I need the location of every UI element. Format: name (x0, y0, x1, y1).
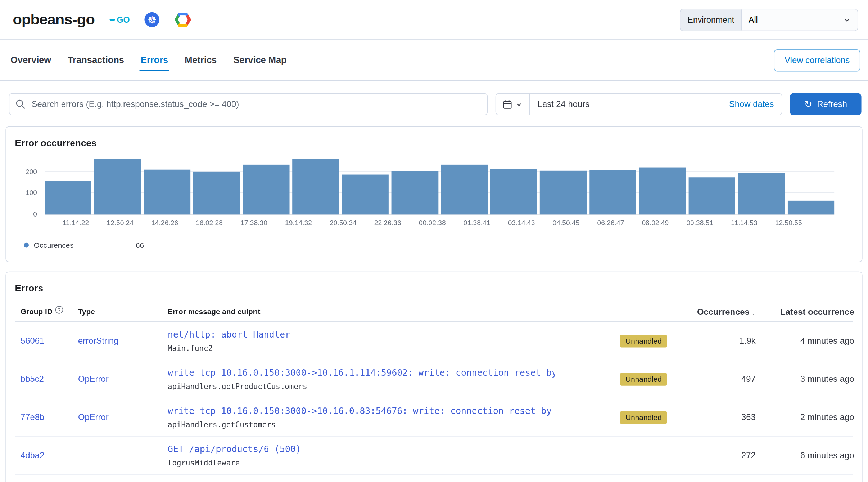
x-axis-label: 01:38:41 (464, 219, 490, 227)
chevron-down-icon (843, 16, 851, 24)
x-axis-label: 04:50:45 (553, 219, 580, 227)
y-axis-label: 100 (26, 189, 37, 197)
error-occurrences-panel: Error occurrences 0100200 11:14:2212:50:… (5, 126, 862, 262)
occurrences-bar (45, 181, 92, 214)
refresh-button[interactable]: ↻ Refresh (790, 93, 861, 115)
date-picker: Last 24 hours Show dates (496, 93, 782, 115)
legend-value: 66 (136, 241, 144, 249)
error-message-link[interactable]: write tcp 10.16.0.150:3000->10.16.0.83:5… (168, 406, 555, 416)
occurrences-bar (738, 173, 785, 214)
error-message-link[interactable]: GET /api/products/6 (500) (168, 444, 555, 454)
error-group-id-link[interactable]: bb5c2 (21, 374, 44, 383)
error-group-id-link[interactable]: 4dba2 (21, 451, 44, 460)
error-row: bb5c2OpErrorwrite tcp 10.16.0.150:3000->… (15, 360, 853, 398)
view-correlations-button[interactable]: View correlations (774, 49, 860, 71)
page-title: opbeans-go (13, 11, 95, 28)
apm-service-errors-page: opbeans-go GO ☸ Environment All Overview… (0, 0, 868, 482)
tab-overview[interactable]: Overview (9, 45, 52, 76)
y-axis-label: 0 (33, 211, 37, 219)
x-axis-label: 12:50:24 (107, 219, 134, 227)
time-range-label[interactable]: Last 24 hours (538, 99, 590, 109)
service-tabs-bar: OverviewTransactionsErrorsMetricsService… (0, 40, 868, 81)
tab-transactions[interactable]: Transactions (67, 45, 125, 76)
show-dates-link[interactable]: Show dates (729, 99, 782, 109)
occurrences-chart: 0100200 (45, 152, 835, 214)
refresh-icon: ↻ (804, 99, 812, 109)
calendar-menu-button[interactable] (496, 94, 530, 115)
column-header-group-id: Group ID? (21, 307, 78, 316)
environment-label: Environment (681, 9, 742, 30)
chart-title: Error occurrences (15, 138, 853, 149)
x-axis-label: 17:38:30 (240, 219, 267, 227)
tab-errors[interactable]: Errors (140, 45, 169, 76)
environment-select[interactable]: All (742, 9, 858, 30)
occurrences-bar (392, 171, 438, 214)
x-axis-label: 22:26:36 (374, 219, 401, 227)
occurrences-count: 1.9k (673, 336, 756, 346)
occurrences-bar (639, 168, 686, 215)
latest-occurrence: 4 minutes ago (756, 336, 854, 346)
occurrences-bar (688, 177, 735, 214)
error-type-link[interactable]: OpError (78, 412, 109, 421)
help-icon: ? (55, 306, 63, 314)
x-axis-label: 11:14:22 (63, 219, 89, 227)
error-message-link[interactable]: net/http: abort Handler (168, 329, 555, 340)
occurrences-bar (342, 175, 389, 215)
tab-service-map[interactable]: Service Map (232, 45, 288, 76)
tab-metrics[interactable]: Metrics (184, 45, 218, 76)
gcp-icon (175, 13, 191, 27)
y-axis-label: 200 (26, 168, 37, 176)
x-axis-label: 06:26:47 (597, 219, 624, 227)
occurrences-bar (243, 165, 290, 214)
error-row: 56061errorStringnet/http: abort HandlerM… (15, 322, 853, 360)
errors-table-title: Errors (15, 283, 853, 294)
environment-filter: Environment All (680, 9, 858, 31)
error-type-link[interactable]: OpError (78, 374, 109, 383)
occurrences-bar (94, 159, 141, 214)
latest-occurrence: 6 minutes ago (756, 451, 854, 461)
search-input[interactable] (9, 93, 488, 115)
chevron-down-icon (515, 101, 523, 108)
legend-label: Occurences (34, 241, 74, 249)
column-header-message: Error message and culprit (168, 308, 555, 316)
error-culprit: logrusMiddleware (168, 458, 555, 467)
x-axis-label: 16:02:28 (196, 219, 223, 227)
error-row: 4dba2GET /api/products/6 (500)logrusMidd… (15, 437, 853, 475)
controls-row: Last 24 hours Show dates ↻ Refresh (9, 93, 862, 115)
error-culprit: apiHandlers.getCustomers (168, 420, 555, 429)
x-axis-label: 09:38:51 (686, 219, 713, 227)
service-title-group: opbeans-go GO ☸ (13, 11, 191, 28)
legend-dot-icon (24, 243, 29, 248)
error-culprit: Main.func2 (168, 344, 555, 353)
x-axis: 11:14:2212:50:2414:26:2616:02:2817:38:30… (63, 219, 802, 227)
occurrences-count: 363 (673, 412, 756, 422)
occurrences-bar (441, 165, 488, 214)
chart-bars (45, 152, 835, 214)
x-axis-label: 11:14:53 (731, 219, 757, 227)
occurrences-bar (490, 169, 537, 214)
error-group-id-link[interactable]: 56061 (21, 336, 44, 345)
occurrences-bar (292, 159, 339, 214)
go-icon: GO (110, 15, 130, 24)
errors-table: Group ID? Type Error message and culprit… (15, 302, 853, 475)
calendar-icon (503, 99, 512, 109)
occurrences-count: 272 (673, 451, 756, 461)
latest-occurrence: 2 minutes ago (756, 412, 854, 422)
kubernetes-icon: ☸ (145, 12, 160, 27)
error-message-link[interactable]: write tcp 10.16.0.150:3000->10.16.1.114:… (168, 367, 555, 378)
occurrences-bar (589, 170, 636, 214)
error-group-id-link[interactable]: 77e8b (21, 412, 44, 421)
latest-occurrence: 3 minutes ago (756, 374, 854, 384)
environment-value: All (749, 15, 758, 24)
x-axis-label: 00:02:38 (419, 219, 446, 227)
x-axis-label: 12:50:55 (775, 219, 802, 227)
chart-legend[interactable]: Occurences 66 (24, 241, 853, 249)
errors-panel: Errors Group ID? Type Error message and … (5, 272, 862, 482)
unhandled-badge: Unhandled (620, 334, 667, 347)
x-axis-label: 20:50:34 (330, 219, 357, 227)
x-axis-label: 03:14:43 (508, 219, 535, 227)
error-type-link[interactable]: errorString (78, 336, 119, 345)
column-header-occurrences[interactable]: Occurrences↓ (673, 307, 756, 317)
column-header-latest[interactable]: Latest occurrence (756, 307, 854, 317)
column-header-type: Type (78, 308, 168, 316)
